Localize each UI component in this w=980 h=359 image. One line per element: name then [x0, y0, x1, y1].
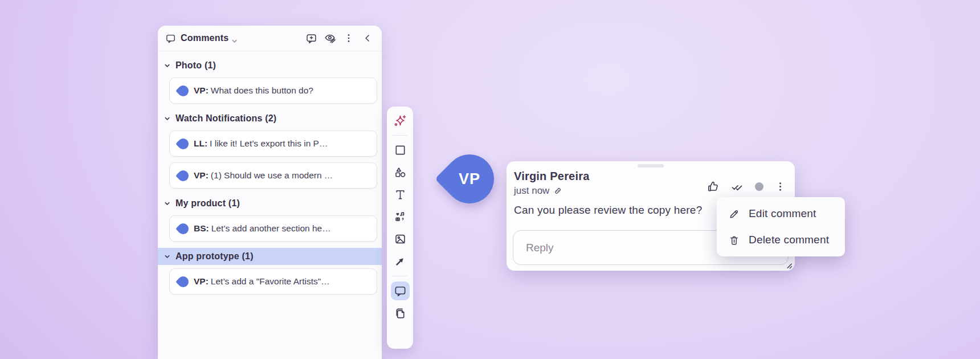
comment-initials: VP: [194, 170, 209, 180]
add-comment-icon [305, 32, 317, 44]
ai-sparkle-icon [393, 114, 407, 128]
comment-context-menu: Edit comment Delete comment [717, 197, 845, 256]
author-name: Virgin Pereira [514, 170, 590, 183]
thumbs-up-icon [707, 180, 720, 193]
chevron-down-icon [164, 116, 170, 122]
comment-tool[interactable] [391, 282, 410, 300]
comment-section-app-prototype: App prototype (1) VP:Let’s add a "Favori… [158, 248, 382, 295]
comments-panel-header: Comments [158, 26, 382, 51]
comment-snippet: I like it! Let’s export this in P… [210, 138, 328, 148]
section-label: My product (1) [175, 198, 240, 209]
chevron-down-icon[interactable] [231, 38, 238, 44]
edit-comment-menu-item[interactable]: Edit comment [717, 201, 845, 227]
sticker-tool[interactable] [391, 207, 410, 226]
templates-tool[interactable] [391, 304, 410, 323]
comment-overflow-button[interactable] [774, 181, 786, 193]
double-check-icon [730, 180, 744, 194]
rectangle-icon [394, 144, 407, 157]
arrow-icon [394, 255, 407, 268]
section-header-app-prototype[interactable]: App prototype (1) [158, 248, 382, 265]
comments-panel: Comments Photo (1) VP:What does this but… [158, 26, 382, 359]
toolbar-divider [393, 276, 407, 276]
author-block: Virgin Pereira just now [514, 170, 590, 197]
popup-actions [707, 177, 786, 197]
comment-preview: VP:What does this button do? [194, 85, 313, 96]
resolve-button[interactable] [730, 180, 744, 194]
comment-pin-icon [175, 221, 191, 236]
popup-drag-handle[interactable] [638, 164, 664, 168]
section-label: Watch Notifications (2) [175, 113, 276, 124]
section-header-watch-notifications[interactable]: Watch Notifications (2) [158, 110, 382, 127]
section-header-my-product[interactable]: My product (1) [158, 195, 382, 212]
comment-initials: LL: [194, 138, 207, 148]
pin-initials: VP [445, 154, 494, 203]
trash-icon [728, 234, 740, 246]
ai-assistant-tool[interactable] [391, 111, 410, 130]
sticker-icon [394, 210, 407, 223]
section-header-photo[interactable]: Photo (1) [158, 57, 382, 74]
panel-overflow-button[interactable] [342, 31, 356, 45]
section-label: Photo (1) [175, 60, 216, 71]
chevron-down-icon [164, 201, 170, 207]
comment-pin-icon [175, 136, 191, 152]
comment-card[interactable]: VP:What does this button do? [169, 77, 377, 104]
comment-section-photo: Photo (1) VP:What does this button do? [158, 57, 382, 104]
eye-off-icon [324, 32, 336, 44]
timestamp-row: just now [514, 185, 590, 197]
panel-title: Comments [181, 33, 228, 43]
popup-resize-handle[interactable] [785, 261, 793, 270]
resize-grip-icon [785, 261, 793, 270]
canvas-comment-pin[interactable]: VP [435, 144, 504, 214]
comment-preview: BS:Let’s add another section he… [194, 223, 331, 234]
edit-comment-label: Edit comment [749, 207, 816, 220]
kebab-menu-icon [343, 32, 354, 44]
comment-initials: VP: [194, 85, 209, 95]
timestamp: just now [514, 185, 549, 197]
shapes-icon [394, 166, 407, 179]
shapes-tool[interactable] [391, 163, 410, 182]
chevron-down-icon [164, 254, 170, 260]
comment-snippet: Let’s add another section he… [211, 223, 331, 233]
comments-list: Photo (1) VP:What does this button do? W… [158, 51, 382, 295]
image-icon [394, 232, 407, 246]
kebab-menu-icon [774, 181, 786, 193]
section-label: App prototype (1) [175, 251, 254, 262]
comment-card[interactable]: LL:I like it! Let’s export this in P… [169, 130, 377, 157]
arrow-tool[interactable] [391, 252, 410, 271]
collapse-panel-button[interactable] [361, 31, 374, 45]
delete-comment-menu-item[interactable]: Delete comment [717, 227, 845, 253]
image-tool[interactable] [391, 230, 410, 248]
pencil-icon [728, 208, 740, 220]
hide-comments-button[interactable] [323, 31, 337, 45]
comment-snippet: What does this button do? [211, 85, 313, 95]
comment-pin-icon [175, 83, 191, 99]
comment-pin-icon [175, 168, 191, 183]
comment-preview: VP:(1) Should we use a modern … [194, 170, 333, 181]
rectangle-tool[interactable] [391, 141, 410, 160]
status-dot-icon [755, 182, 763, 191]
comment-snippet: (1) Should we use a modern … [211, 170, 333, 180]
like-button[interactable] [707, 180, 720, 193]
tools-toolbar [387, 107, 413, 349]
add-comment-button[interactable] [304, 31, 318, 45]
toolbar-divider [393, 135, 407, 136]
comment-card[interactable]: BS:Let’s add another section he… [169, 215, 377, 242]
text-icon [394, 188, 407, 201]
pages-icon [394, 307, 407, 320]
comment-preview: VP:Let’s add a "Favorite Artists"… [194, 276, 330, 287]
comment-initials: BS: [194, 223, 209, 233]
comment-card[interactable]: VP:(1) Should we use a modern … [169, 162, 377, 189]
chevron-left-icon [362, 32, 373, 44]
comment-section-watch-notifications: Watch Notifications (2) LL:I like it! Le… [158, 110, 382, 189]
comment-card[interactable]: VP:Let’s add a "Favorite Artists"… [169, 268, 377, 295]
comment-bubble-icon [394, 284, 407, 297]
link-icon[interactable] [553, 186, 562, 195]
chevron-down-icon [164, 63, 170, 69]
unread-indicator-button[interactable] [755, 182, 763, 191]
comment-pin-icon [175, 274, 191, 289]
comment-snippet: Let’s add a "Favorite Artists"… [211, 276, 330, 286]
comment-initials: VP: [194, 276, 209, 286]
delete-comment-label: Delete comment [749, 234, 829, 246]
text-tool[interactable] [391, 185, 410, 204]
comment-bubble-icon [165, 33, 176, 44]
